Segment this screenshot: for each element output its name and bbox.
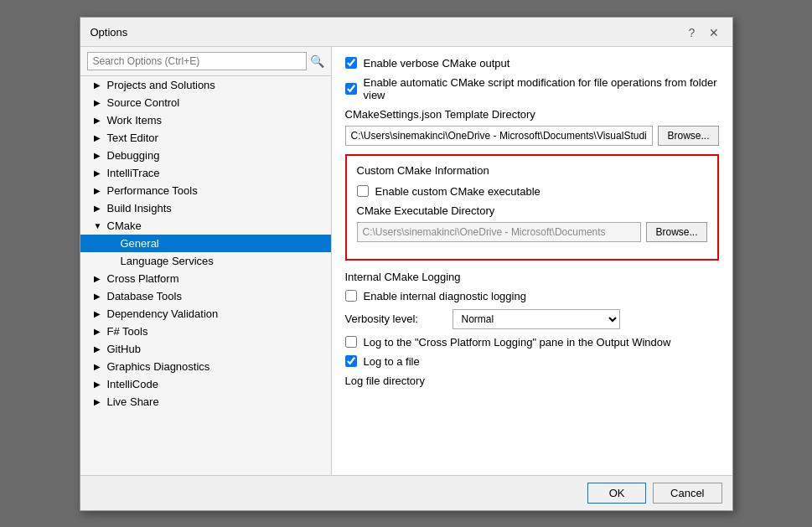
tree-item-label: Language Services	[121, 255, 214, 267]
verbosity-row: Verbosity level: Normal Verbose Diagnost…	[345, 309, 719, 329]
dialog-title: Options	[91, 26, 128, 39]
tree-item-label: Debugging	[107, 149, 160, 162]
search-box: 🔍	[80, 47, 331, 76]
enable-internal-log-checkbox[interactable]	[345, 290, 357, 302]
arrow-icon	[94, 309, 104, 318]
tree-item-projects[interactable]: Projects and Solutions	[80, 76, 331, 94]
tree-item-label: GitHub	[107, 343, 141, 355]
tree-item-label: General	[121, 237, 159, 250]
tree-item-dependency-validation[interactable]: Dependency Validation	[80, 305, 331, 323]
internal-logging-title: Internal CMake Logging	[345, 271, 719, 283]
title-bar: Options ? ✕	[80, 18, 732, 47]
tree-item-work-items[interactable]: Work Items	[80, 111, 331, 129]
right-content: Enable verbose CMake output Enable autom…	[332, 47, 732, 475]
tree-item-text-editor[interactable]: Text Editor	[80, 129, 331, 147]
tree-item-github[interactable]: GitHub	[80, 340, 331, 358]
log-cross-platform-label: Log to the "Cross Platform Logging" pane…	[364, 336, 671, 349]
arrow-icon	[94, 397, 104, 406]
tree-item-cmake-general[interactable]: General	[80, 235, 331, 252]
tree-item-label: Projects and Solutions	[107, 79, 215, 91]
right-panel: Enable verbose CMake output Enable autom…	[332, 47, 732, 475]
verbose-cmake-label: Enable verbose CMake output	[364, 57, 510, 70]
cmake-exe-dir-label: CMake Executable Directory	[357, 204, 707, 217]
tree-item-performance-tools[interactable]: Performance Tools	[80, 182, 331, 199]
arrow-icon	[94, 380, 104, 389]
auto-modify-label: Enable automatic CMake script modificati…	[364, 76, 719, 101]
arrow-icon	[94, 186, 104, 195]
tree-item-label: Performance Tools	[107, 184, 198, 197]
tree-item-label: Source Control	[107, 96, 180, 109]
tree-item-label: IntelliTrace	[107, 167, 160, 179]
verbosity-select[interactable]: Normal Verbose Diagnostic	[453, 309, 620, 329]
tree-item-label: IntelliCode	[107, 378, 158, 390]
tree-item-label: Work Items	[107, 114, 163, 127]
template-dir-row: Browse...	[345, 126, 719, 146]
log-cross-platform-checkbox[interactable]	[345, 336, 357, 348]
search-input[interactable]	[87, 52, 307, 70]
tree-item-label: F# Tools	[107, 325, 148, 338]
log-to-file-label: Log to a file	[364, 355, 420, 368]
left-panel: 🔍 Projects and Solutions Source Control …	[80, 47, 332, 475]
tree-item-label: Cross Platform	[107, 272, 179, 285]
title-controls: ? ✕	[684, 24, 722, 41]
tree-item-label: Text Editor	[107, 132, 158, 144]
tree-item-intellitrace[interactable]: IntelliTrace	[80, 164, 331, 182]
log-to-file-row: Log to a file	[345, 355, 719, 368]
verbose-cmake-checkbox[interactable]	[345, 57, 357, 69]
auto-modify-checkbox[interactable]	[345, 83, 357, 95]
tree-item-live-share[interactable]: Live Share	[80, 393, 331, 411]
custom-cmake-title: Custom CMake Information	[357, 164, 707, 177]
ok-button[interactable]: OK	[587, 483, 646, 504]
tree-item-cmake-lang[interactable]: Language Services	[80, 252, 331, 270]
arrow-icon	[94, 133, 104, 142]
options-dialog: Options ? ✕ 🔍 Projects and Solutions	[80, 17, 733, 511]
close-button[interactable]: ✕	[706, 24, 722, 41]
cmake-exe-dir-input[interactable]	[357, 222, 642, 242]
log-file-dir-label: Log file directory	[345, 375, 719, 387]
dialog-body: 🔍 Projects and Solutions Source Control …	[80, 47, 732, 475]
arrow-icon	[94, 292, 104, 301]
tree-item-source-control[interactable]: Source Control	[80, 94, 331, 111]
enable-internal-log-label: Enable internal diagnostic logging	[364, 290, 526, 302]
tree-item-debugging[interactable]: Debugging	[80, 147, 331, 164]
arrow-icon	[94, 116, 104, 125]
tree: Projects and Solutions Source Control Wo…	[80, 76, 331, 475]
tree-item-label: Database Tools	[107, 290, 182, 302]
arrow-icon	[94, 274, 104, 283]
arrow-icon	[94, 98, 104, 107]
template-dir-label: CMakeSettings.json Template Directory	[345, 108, 719, 121]
search-button[interactable]: 🔍	[310, 54, 324, 68]
enable-custom-label: Enable custom CMake executable	[375, 185, 540, 198]
custom-cmake-section: Custom CMake Information Enable custom C…	[345, 154, 719, 261]
help-button[interactable]: ?	[684, 24, 701, 41]
tree-item-label: Build Insights	[107, 202, 172, 214]
tree-item-fsharp[interactable]: F# Tools	[80, 323, 331, 340]
tree-item-cross-platform[interactable]: Cross Platform	[80, 270, 331, 287]
arrow-icon	[94, 80, 104, 90]
browse-button-1[interactable]: Browse...	[658, 126, 718, 146]
tree-item-label: CMake	[107, 220, 142, 232]
tree-item-database-tools[interactable]: Database Tools	[80, 287, 331, 305]
verbosity-label: Verbosity level:	[345, 313, 446, 325]
arrow-icon	[94, 344, 104, 354]
tree-item-build-insights[interactable]: Build Insights	[80, 199, 331, 217]
tree-item-intellicode[interactable]: IntelliCode	[80, 375, 331, 393]
tree-item-cmake[interactable]: CMake	[80, 217, 331, 235]
enable-internal-log-row: Enable internal diagnostic logging	[345, 290, 719, 302]
enable-custom-checkbox[interactable]	[357, 185, 369, 197]
log-to-file-checkbox[interactable]	[345, 355, 357, 367]
tree-item-label: Live Share	[107, 395, 159, 408]
tree-item-label: Graphics Diagnostics	[107, 360, 210, 373]
cancel-button[interactable]: Cancel	[653, 483, 721, 504]
arrow-icon	[94, 151, 104, 160]
browse-button-2[interactable]: Browse...	[646, 222, 706, 242]
enable-custom-row: Enable custom CMake executable	[357, 185, 707, 198]
arrow-icon	[94, 204, 104, 213]
tree-item-label: Dependency Validation	[107, 307, 219, 320]
cmake-exe-dir-row: Browse...	[357, 222, 707, 242]
tree-item-graphics-diagnostics[interactable]: Graphics Diagnostics	[80, 358, 331, 375]
template-dir-input[interactable]	[345, 126, 654, 146]
arrow-icon	[94, 221, 104, 230]
arrow-icon	[94, 362, 104, 371]
bottom-bar: OK Cancel	[80, 475, 732, 510]
